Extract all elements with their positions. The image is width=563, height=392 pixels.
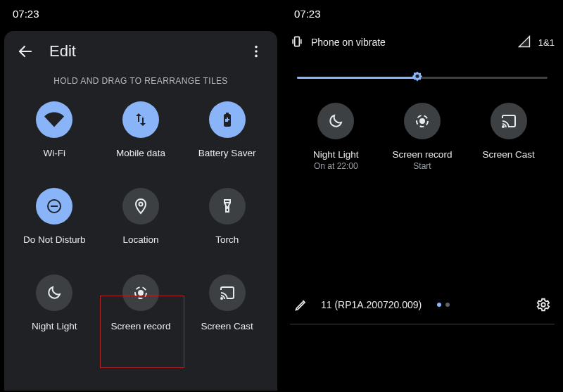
tile-circle (36, 101, 72, 138)
tile-circle (209, 188, 246, 225)
tile-label: Screen Cast (201, 321, 253, 331)
brightness-slider[interactable] (297, 70, 548, 84)
page-title: Edit (49, 42, 245, 61)
back-button[interactable] (14, 40, 37, 63)
svg-rect-6 (225, 119, 229, 120)
qs-tile-night-light[interactable]: Night Light On at 22:00 (293, 103, 379, 171)
moon-icon (327, 113, 344, 129)
tile-mobile-data[interactable]: Mobile data (98, 101, 184, 158)
gear-icon (536, 297, 551, 312)
tile-circle (209, 274, 246, 311)
tile-label: Location (122, 234, 158, 245)
tile-label: Mobile data (116, 148, 165, 158)
svg-point-13 (139, 291, 143, 295)
svg-rect-15 (295, 37, 300, 46)
tile-dnd[interactable]: Do Not Disturb (11, 188, 98, 245)
tile-circle (317, 103, 354, 139)
svg-point-4 (53, 122, 56, 125)
tile-location[interactable]: Location (98, 188, 184, 245)
tile-torch[interactable]: Torch (184, 188, 270, 245)
cast-icon (500, 113, 517, 129)
tile-circle (122, 188, 159, 225)
svg-point-14 (221, 298, 222, 299)
tile-label: Torch (215, 234, 239, 245)
tile-label: Do Not Disturb (23, 234, 86, 245)
svg-point-21 (502, 126, 504, 127)
panel-quick-settings: 07:23 Phone on vibrate 1&1 (282, 0, 563, 392)
tile-night-light[interactable]: Night Light (11, 274, 98, 331)
edit-sheet: Edit HOLD AND DRAG TO REARRANGE TILES Wi… (4, 31, 277, 391)
tile-circle (122, 101, 159, 138)
edit-header: Edit (4, 31, 277, 72)
slider-thumb[interactable] (410, 70, 424, 84)
build-text: 11 (RP1A.200720.009) (321, 299, 422, 310)
flashlight-icon (219, 198, 236, 215)
qs-tile-screen-record[interactable]: Screen record Start (379, 103, 466, 171)
tile-circle (36, 188, 72, 225)
moon-icon (46, 284, 63, 301)
record-icon (414, 113, 431, 129)
tile-circle (122, 274, 159, 311)
tile-screen-record[interactable]: Screen record (98, 274, 184, 331)
overflow-menu-button[interactable] (245, 40, 267, 63)
footer-divider (290, 324, 555, 324)
svg-point-1 (255, 46, 258, 49)
svg-point-22 (541, 303, 545, 307)
tile-label: Battery Saver (198, 148, 256, 158)
svg-rect-10 (224, 200, 230, 203)
tile-label: Night Light (313, 149, 359, 160)
tile-grid: Wi-Fi Mobile data Battery Saver Do Not D… (4, 96, 277, 331)
qs-top-bar: Phone on vibrate 1&1 (290, 27, 555, 58)
battery-icon (219, 111, 236, 128)
page-dot (437, 303, 441, 307)
tile-label: Wi-Fi (44, 148, 65, 158)
edit-button[interactable] (290, 293, 312, 316)
tile-wifi[interactable]: Wi-Fi (11, 101, 98, 158)
cast-icon (219, 284, 236, 301)
status-bar: 07:23 (282, 0, 563, 27)
data-swap-icon (132, 111, 149, 128)
qs-content: Phone on vibrate 1&1 Night Light On at 2… (282, 27, 563, 171)
tile-label: Night Light (32, 321, 77, 331)
wifi-icon (44, 110, 64, 129)
svg-point-2 (255, 50, 258, 53)
record-icon (132, 284, 149, 301)
page-indicator (437, 303, 524, 307)
location-icon (132, 198, 149, 215)
slider-fill (297, 77, 417, 79)
brightness-icon (410, 70, 424, 84)
tile-circle (209, 101, 246, 138)
rearrange-hint: HOLD AND DRAG TO REARRANGE TILES (4, 76, 277, 86)
tile-label: Screen record (111, 321, 171, 331)
qs-tiles: Night Light On at 22:00 Screen record St… (290, 103, 555, 171)
tile-battery-saver[interactable]: Battery Saver (184, 101, 270, 158)
svg-point-11 (227, 207, 228, 208)
tile-sub: On at 22:00 (314, 161, 358, 171)
status-time: 07:23 (294, 8, 321, 20)
tile-screen-cast[interactable]: Screen Cast (184, 274, 270, 331)
panel-edit-tiles: 07:23 Edit HOLD AND DRAG TO REARRANGE TI… (0, 0, 282, 392)
more-vert-icon (248, 44, 264, 59)
tile-circle (491, 103, 527, 139)
tile-circle (36, 274, 72, 311)
pencil-icon (294, 298, 308, 312)
tile-label: Screen Cast (483, 149, 535, 160)
carrier-text: 1&1 (538, 37, 555, 48)
qs-tile-screen-cast[interactable]: Screen Cast (465, 103, 552, 171)
vibrate-icon (290, 34, 304, 51)
svg-point-9 (139, 203, 142, 206)
qs-footer: 11 (RP1A.200720.009) (290, 293, 555, 316)
tile-sub: Start (413, 161, 431, 171)
signal-icon (517, 34, 531, 51)
page-dot (445, 303, 450, 307)
arrow-left-icon (17, 43, 34, 60)
svg-point-18 (415, 75, 419, 78)
tile-circle (404, 103, 441, 139)
status-time: 07:23 (13, 8, 39, 20)
settings-button[interactable] (532, 293, 555, 316)
ringer-mode-text: Phone on vibrate (311, 37, 386, 48)
dnd-icon (46, 198, 63, 215)
svg-point-20 (420, 119, 424, 123)
tile-label: Screen record (393, 149, 453, 160)
svg-point-3 (255, 55, 258, 58)
